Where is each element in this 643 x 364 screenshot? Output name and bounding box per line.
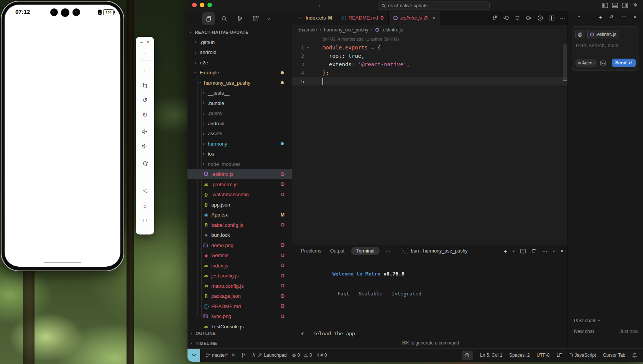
nav-home-icon[interactable]: ○ bbox=[136, 201, 154, 211]
next-change-icon[interactable] bbox=[526, 15, 532, 21]
tree-item-github[interactable]: .github bbox=[187, 37, 292, 48]
tree-item-package-json[interactable]: package.jsonD bbox=[187, 291, 292, 302]
chat-more-icon[interactable]: ⋯ bbox=[622, 14, 627, 20]
crop-icon[interactable] bbox=[136, 80, 154, 90]
minimize-button[interactable]: – bbox=[140, 39, 143, 45]
nav-back-icon[interactable]: ◁ bbox=[136, 185, 154, 195]
source-control-tab-icon[interactable] bbox=[234, 12, 247, 25]
split-terminal-icon[interactable] bbox=[520, 249, 526, 254]
maximize-panel-icon[interactable]: › bbox=[551, 250, 557, 252]
kill-terminal-icon[interactable] bbox=[531, 248, 536, 254]
nav-forward-icon[interactable]: → bbox=[330, 2, 335, 8]
chat-input-box[interactable]: @ .eslintrc.js Plan, search, build ∞Agen… bbox=[572, 26, 638, 71]
cursor-tab-status[interactable]: Cursor Tab bbox=[603, 353, 625, 358]
new-chat-item[interactable]: New chat bbox=[574, 329, 594, 334]
chat-dropdown-icon[interactable]: › bbox=[576, 16, 582, 17]
panel-more-icon[interactable]: ⋯ bbox=[386, 248, 391, 254]
tree-item-gemfile[interactable]: GemfileD bbox=[187, 251, 292, 261]
rotate-right-icon[interactable]: ↻ bbox=[136, 110, 154, 120]
tree-item-demo-png[interactable]: demo.pngD bbox=[187, 240, 292, 251]
explorer-tab-icon[interactable] bbox=[202, 12, 215, 25]
tab-eslintrc-js[interactable]: .eslintrc.js D × bbox=[389, 11, 440, 25]
timeline-section[interactable]: TIMELINE bbox=[187, 338, 292, 348]
run-debug-icon[interactable] bbox=[537, 15, 543, 21]
tree-item-index-js[interactable]: index.jsD bbox=[187, 261, 292, 271]
terminal-dropdown-icon[interactable]: › bbox=[511, 250, 517, 252]
gear-icon[interactable] bbox=[632, 2, 638, 8]
tree-item-harmony-use-pushy[interactable]: harmony_use_pushy bbox=[187, 78, 292, 88]
nav-back-icon[interactable]: ← bbox=[318, 2, 323, 8]
command-search-input[interactable]: react-native-update bbox=[378, 2, 490, 10]
close-chat-icon[interactable]: × bbox=[633, 14, 636, 20]
extensions-tab-icon[interactable] bbox=[249, 12, 262, 25]
tree-item-bundle[interactable]: .bundle bbox=[187, 98, 292, 108]
eol-status[interactable]: LF bbox=[556, 353, 562, 358]
tree-item-pushy[interactable]: .pushy bbox=[187, 108, 292, 119]
breadcrumb-item[interactable]: harmony_use_pushy bbox=[324, 27, 368, 33]
git-compare-icon[interactable] bbox=[492, 15, 498, 21]
remote-indicator[interactable]: >< bbox=[187, 349, 200, 362]
tree-item-babel-config[interactable]: babel.config.jsD bbox=[187, 220, 292, 230]
past-chats[interactable]: Past chats› bbox=[574, 318, 600, 323]
tree-item-sync-png[interactable]: sync.pngD bbox=[187, 312, 292, 322]
launchpad-button[interactable]: Launchpad bbox=[251, 353, 286, 358]
breadcrumb-item[interactable]: .eslintrc.js bbox=[382, 27, 403, 33]
tree-item-node-modules[interactable]: node_modules bbox=[187, 159, 292, 169]
tree-item-bun-lock[interactable]: bun.lock bbox=[187, 230, 292, 241]
tree-item-eslintrc-js[interactable]: .eslintrc.jsD bbox=[187, 169, 292, 180]
phone-screen[interactable]: 07:12 100 bbox=[5, 5, 120, 267]
toggle-left-sidebar-icon[interactable] bbox=[602, 3, 608, 8]
menu-icon[interactable]: ≡ bbox=[136, 48, 154, 57]
editor-scrollbar[interactable] bbox=[563, 44, 567, 81]
tree-item-tests[interactable]: __tests__ bbox=[187, 88, 292, 98]
tree-item-watchmanconfig[interactable]: .watchmanconfigD bbox=[187, 190, 292, 200]
chevron-down-icon[interactable]: › bbox=[265, 12, 273, 25]
git-branch-status[interactable]: master* ↻ bbox=[206, 353, 235, 358]
attach-image-icon[interactable] bbox=[600, 61, 606, 66]
volume-up-icon[interactable] bbox=[136, 126, 154, 136]
panel-tab-terminal[interactable]: Terminal bbox=[351, 247, 379, 255]
terminal-session[interactable]: >_ bun - harmony_use_pushy bbox=[401, 248, 468, 254]
code-editor[interactable]: 波仔糕, 4 months ago | 1 author (波仔糕) 1› mo… bbox=[292, 35, 568, 245]
close-button[interactable]: × bbox=[147, 39, 150, 45]
tree-item-android2[interactable]: android bbox=[187, 118, 292, 129]
tree-root-header[interactable]: REACT-NATIVE-UPDATE bbox=[187, 27, 292, 37]
new-terminal-icon[interactable]: + bbox=[504, 248, 507, 254]
line-col-status[interactable]: Ln 5, Col 1 bbox=[480, 353, 502, 358]
tree-item-readme-md[interactable]: iREADME.mdD bbox=[187, 301, 292, 312]
more-actions-icon[interactable]: ⋯ bbox=[560, 15, 565, 21]
tree-item-e2e[interactable]: e2e bbox=[187, 57, 292, 68]
rotate-device-icon[interactable] bbox=[136, 159, 154, 169]
tree-item-android[interactable]: android bbox=[187, 48, 292, 58]
split-editor-icon[interactable] bbox=[549, 15, 554, 21]
tree-item-jest-config[interactable]: jest.config.jsD bbox=[187, 271, 292, 281]
close-panel-icon[interactable]: × bbox=[561, 248, 564, 254]
tree-item-metro-config[interactable]: metro.config.jsD bbox=[187, 281, 292, 291]
git-graph-icon[interactable] bbox=[241, 353, 246, 358]
volume-down-icon[interactable] bbox=[136, 141, 154, 151]
encoding-status[interactable]: UTF-8 bbox=[536, 353, 549, 358]
tree-item-ios[interactable]: ios bbox=[187, 149, 292, 159]
tab-readme-md[interactable]: i README.md D bbox=[337, 11, 389, 25]
close-tab-icon[interactable]: × bbox=[432, 15, 435, 21]
tab-index-ets[interactable]: Index.ets M bbox=[292, 11, 337, 25]
problems-status[interactable]: ⊗0 ⚠0 bbox=[292, 353, 312, 358]
tree-item-prettierrc-js[interactable]: .prettierrc.jsD bbox=[187, 179, 292, 190]
tree-item-assets[interactable]: assets bbox=[187, 129, 292, 139]
close-traffic-light[interactable] bbox=[192, 3, 197, 7]
breadcrumb-item[interactable]: Example bbox=[298, 27, 317, 33]
language-status[interactable]: JavaScript bbox=[569, 353, 596, 358]
add-context-button[interactable]: @ bbox=[575, 30, 585, 39]
tree-item-app-json[interactable]: app.json bbox=[187, 200, 292, 210]
send-button[interactable]: Send↵ bbox=[612, 59, 636, 67]
panel-tab-output[interactable]: Output bbox=[330, 248, 345, 254]
screenshot-upload-icon[interactable]: ↑ bbox=[136, 65, 154, 75]
mode-selector[interactable]: ∞Agent› bbox=[575, 59, 597, 67]
phone-emulator[interactable]: 07:12 100 bbox=[2, 2, 123, 271]
minimize-traffic-light[interactable] bbox=[200, 3, 204, 7]
outline-section[interactable]: OUTLINE bbox=[187, 328, 292, 338]
ports-status[interactable]: 0 bbox=[317, 353, 327, 358]
rotate-left-icon[interactable]: ↺ bbox=[136, 95, 154, 105]
toggle-panel-icon[interactable] bbox=[612, 3, 618, 8]
sync-icon[interactable]: ↻ bbox=[232, 353, 235, 358]
